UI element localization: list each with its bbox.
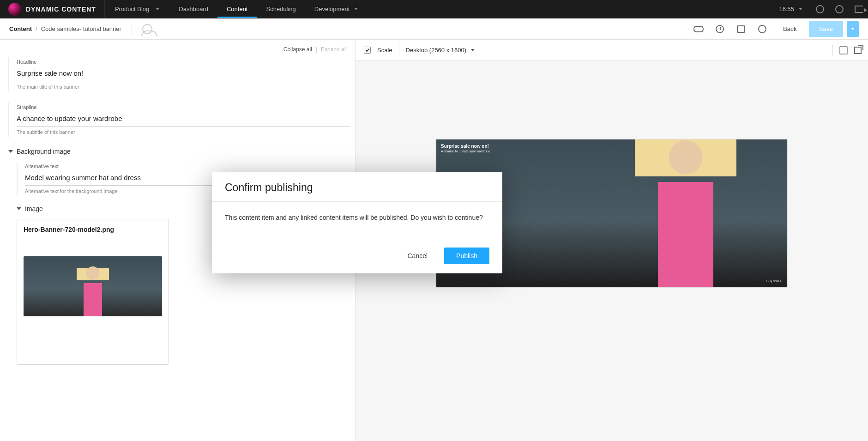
blog-selector[interactable]: Product Blog: [105, 0, 169, 18]
eye-icon: [693, 26, 704, 32]
publish-button[interactable]: Publish: [444, 248, 489, 264]
collapse-all-button[interactable]: Collapse all: [283, 46, 312, 53]
headline-help: The main title of this banner: [17, 84, 350, 90]
blog-selector-label: Product Blog: [115, 6, 149, 12]
preview-eye-button[interactable]: [690, 20, 707, 38]
dialog-actions: Cancel Publish: [212, 248, 502, 273]
preview-toolbar-right: [832, 44, 862, 56]
hero-headline: Surprise sale now on!: [441, 143, 490, 149]
device-selector[interactable]: Desktop (2560 x 1600): [406, 47, 475, 54]
chevron-down-icon: [17, 207, 21, 210]
primary-nav: Dashboard Content Scheduling Development: [169, 0, 367, 18]
top-bar: DYNAMIC CONTENT Product Blog Dashboard C…: [0, 0, 868, 18]
expand-all-button[interactable]: Expand all: [321, 46, 347, 53]
headline-field: Headline The main title of this banner: [8, 57, 350, 91]
image-section-label: Image: [25, 205, 43, 212]
nav-scheduling[interactable]: Scheduling: [257, 0, 305, 18]
brand-block: DYNAMIC CONTENT: [0, 0, 105, 18]
subbar-actions: Back Save: [690, 20, 859, 38]
nav-dashboard-label: Dashboard: [179, 6, 208, 12]
strapline-label: Strapline: [17, 104, 350, 110]
clock[interactable]: 16:55: [772, 6, 810, 12]
topbar-right: 16:55: [772, 0, 868, 18]
headline-input[interactable]: [17, 66, 350, 81]
breadcrumb-path: Code samples- tutorial banner: [41, 25, 121, 32]
calendar-icon: [737, 25, 745, 33]
dialog-title: Confirm publishing: [212, 172, 502, 202]
hero-text: Surprise sale now on! A chance to update…: [441, 143, 490, 153]
assignee-icon[interactable]: [142, 24, 152, 34]
check-icon: [365, 48, 369, 51]
nav-development-label: Development: [314, 6, 350, 12]
breadcrumb: Content / Code samples- tutorial banner: [9, 25, 121, 32]
breadcrumb-root[interactable]: Content: [9, 25, 32, 32]
sub-bar: Content / Code samples- tutorial banner …: [0, 18, 868, 40]
preview-toolbar: Scale Desktop (2560 x 1600): [356, 40, 868, 61]
nav-content-label: Content: [227, 6, 248, 12]
expand-controls: Collapse all | Expand all: [8, 43, 350, 57]
copy-preview-button[interactable]: [839, 46, 848, 54]
strapline-input[interactable]: [17, 112, 350, 127]
info-button[interactable]: [753, 20, 771, 38]
background-image-label: Background image: [17, 148, 71, 155]
help-button[interactable]: [811, 0, 829, 18]
model-icon: [74, 266, 111, 316]
back-button[interactable]: Back: [775, 22, 805, 36]
brand-logo-icon: [8, 3, 21, 16]
chevron-down-icon: [799, 8, 802, 10]
nav-development[interactable]: Development: [305, 0, 368, 18]
divider: [132, 24, 132, 35]
alt-text-label: Alternative text: [25, 163, 350, 169]
logout-icon: [855, 6, 863, 13]
background-image-section[interactable]: Background image: [8, 148, 350, 155]
info-icon: [758, 25, 766, 33]
nav-content[interactable]: Content: [217, 0, 257, 18]
history-icon: [716, 25, 724, 33]
image-filename: Hero-Banner-720-model2.png: [24, 226, 162, 233]
dialog-body: This content item and any linked content…: [212, 202, 502, 248]
device-label: Desktop (2560 x 1600): [406, 47, 467, 54]
image-thumbnail: [24, 256, 162, 316]
hero-cta: Buy now >: [766, 279, 782, 283]
settings-button[interactable]: [830, 0, 849, 18]
nav-scheduling-label: Scheduling: [266, 6, 295, 12]
chevron-down-icon: [471, 49, 475, 51]
chevron-down-icon: [156, 8, 159, 10]
chevron-down-icon: [851, 28, 855, 30]
chevron-down-icon: [8, 150, 13, 153]
hero-strapline: A chance to update your wardrobe: [441, 149, 490, 153]
strapline-field: Strapline The subtitle of this banner: [8, 103, 350, 137]
strapline-help: The subtitle of this banner: [17, 129, 350, 135]
logout-button[interactable]: [850, 0, 868, 18]
image-card[interactable]: Hero-Banner-720-model2.png: [17, 219, 169, 365]
scale-label: Scale: [377, 47, 392, 54]
clock-time: 16:55: [779, 6, 794, 12]
save-menu-button[interactable]: [847, 21, 859, 37]
pipe: |: [316, 46, 317, 53]
breadcrumb-sep: /: [36, 25, 37, 32]
brand-name: DYNAMIC CONTENT: [26, 6, 96, 13]
chevron-down-icon: [354, 8, 358, 10]
confirm-publish-dialog: Confirm publishing This content item and…: [212, 172, 502, 273]
model-icon: [626, 139, 746, 287]
schedule-button[interactable]: [732, 20, 750, 38]
history-button[interactable]: [711, 20, 729, 38]
divider: [399, 44, 399, 56]
headline-label: Headline: [17, 59, 350, 65]
cancel-button[interactable]: Cancel: [399, 248, 436, 264]
save-button[interactable]: Save: [809, 21, 843, 37]
nav-dashboard[interactable]: Dashboard: [169, 0, 217, 18]
gear-icon: [835, 5, 844, 13]
popout-preview-button[interactable]: [854, 47, 862, 54]
help-icon: [816, 5, 824, 13]
scale-checkbox[interactable]: [364, 47, 371, 54]
divider: [832, 44, 833, 56]
